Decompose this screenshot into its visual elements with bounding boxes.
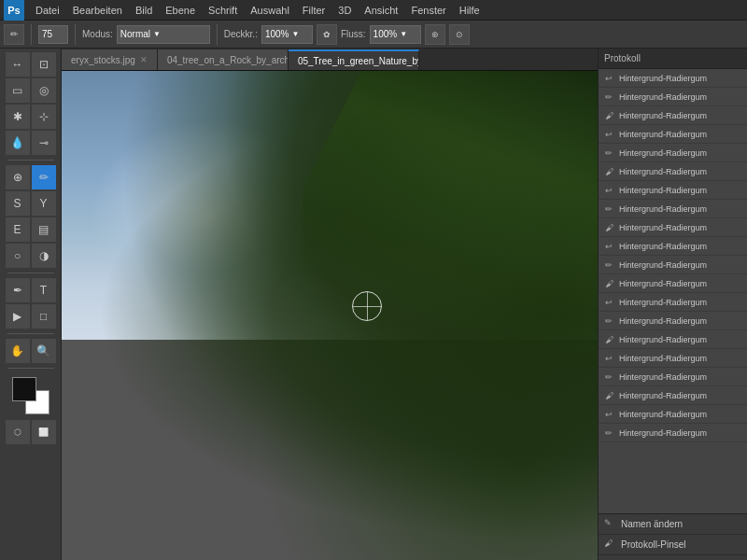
history-item[interactable]: 🖌Hintergrund-Radiergum: [599, 274, 747, 293]
sep1: [31, 24, 32, 45]
rename-item[interactable]: ✎ Namen ändern: [599, 514, 747, 535]
history-item[interactable]: ✏Hintergrund-Radiergum: [599, 88, 747, 106]
menu-bearbeiten[interactable]: Bearbeiten: [67, 3, 128, 18]
history-item-icon: ✏: [602, 147, 615, 160]
tabs-bar: eryx_stocks.jpg ✕ 04_tree_on_a_Rock_by_a…: [62, 49, 598, 71]
color-swatches[interactable]: [12, 377, 49, 414]
history-item[interactable]: ↩Hintergrund-Radiergum: [599, 69, 747, 88]
tab-3-label: 05_Tree_in_green_Nature_by_arc: [298, 56, 419, 66]
tablet-pressure-icon[interactable]: ⊛: [425, 24, 445, 45]
tool-row-10: ▶ □: [6, 304, 56, 329]
history-bottom-panel: ✎ Namen ändern 🖌 Protokoll-Pinsel: [599, 513, 747, 560]
text-tool[interactable]: T: [32, 278, 56, 302]
blur-tool[interactable]: ○: [6, 244, 30, 268]
history-item-label: Hintergrund-Radiergum: [619, 260, 707, 270]
menu-3d[interactable]: 3D: [332, 3, 357, 18]
sep2: [75, 24, 76, 45]
menu-filter[interactable]: Filter: [297, 3, 331, 18]
history-brush-icon: 🖌: [604, 539, 617, 552]
tab-3[interactable]: 05_Tree_in_green_Nature_by_arc ✕: [289, 49, 419, 70]
history-item-label: Hintergrund-Radiergum: [619, 410, 707, 419]
history-item-icon: 🖌: [602, 109, 615, 122]
artboard-tool[interactable]: ⊡: [32, 52, 56, 77]
tab-2[interactable]: 04_tree_on_a_Rock_by_archaeopteryx_stock…: [158, 49, 289, 70]
history-item[interactable]: ✏Hintergrund-Radiergum: [599, 312, 747, 330]
history-item[interactable]: ↩Hintergrund-Radiergum: [599, 237, 747, 256]
history-item[interactable]: 🖌Hintergrund-Radiergum: [599, 162, 747, 181]
pen-tool[interactable]: ✒: [6, 278, 30, 302]
content-area: eryx_stocks.jpg ✕ 04_tree_on_a_Rock_by_a…: [62, 49, 598, 560]
history-item-label: Hintergrund-Radiergum: [619, 428, 707, 438]
menu-auswahl[interactable]: Auswahl: [245, 3, 295, 18]
zoom-tool[interactable]: 🔍: [32, 339, 56, 363]
history-item[interactable]: ↩Hintergrund-Radiergum: [599, 181, 747, 200]
tool-row-8: ○ ◑: [6, 244, 56, 268]
dodge-tool[interactable]: ◑: [32, 244, 56, 268]
clone-stamp-tool[interactable]: S: [6, 191, 30, 216]
tablet-pressure2-icon[interactable]: ⊙: [449, 24, 470, 45]
brush-tool-icon[interactable]: ✏: [4, 24, 24, 45]
menu-ebene[interactable]: Ebene: [160, 3, 201, 18]
select-rect-tool[interactable]: ▭: [6, 78, 30, 103]
eraser-tool[interactable]: E: [6, 217, 30, 242]
history-item[interactable]: 🖌Hintergrund-Radiergum: [599, 330, 747, 349]
history-item[interactable]: ↩Hintergrund-Radiergum: [599, 293, 747, 312]
menu-bar: Ps Datei Bearbeiten Bild Ebene Schrift A…: [0, 0, 747, 21]
history-item[interactable]: 🖌Hintergrund-Radiergum: [599, 106, 747, 125]
path-select-tool[interactable]: ▶: [6, 304, 30, 329]
history-brush-label: Protokoll-Pinsel: [621, 539, 685, 550]
history-brush-tool[interactable]: Y: [32, 191, 56, 216]
foreground-color-swatch[interactable]: [12, 377, 36, 401]
left-tool-panel: ↔ ⊡ ▭ ◎ ✱ ⊹ 💧 ⊸ ⊕ ✏ S Y E ▤ ○ ◑: [0, 49, 62, 560]
brush-tool[interactable]: ✏: [32, 165, 56, 189]
menu-hilfe[interactable]: Hilfe: [454, 3, 486, 18]
move-tool[interactable]: ↔: [6, 52, 30, 77]
sep3: [217, 24, 218, 45]
spot-heal-tool[interactable]: ⊕: [6, 165, 30, 189]
menu-ansicht[interactable]: Ansicht: [359, 3, 403, 18]
tool-sep-2: [7, 273, 54, 273]
rename-icon: ✎: [604, 518, 617, 531]
fluss-dropdown[interactable]: 100% ▼: [370, 25, 421, 44]
history-item[interactable]: ↩Hintergrund-Radiergum: [599, 349, 747, 368]
crop-tool[interactable]: ⊹: [32, 105, 56, 129]
deckkraft-dropdown[interactable]: 100% ▼: [261, 25, 313, 44]
history-item-icon: ↩: [602, 184, 615, 197]
airbrush-icon[interactable]: ✿: [317, 24, 337, 45]
history-item[interactable]: ✏Hintergrund-Radiergum: [599, 424, 747, 442]
history-item[interactable]: ✏Hintergrund-Radiergum: [599, 368, 747, 386]
canvas-area[interactable]: [62, 71, 598, 560]
eyedropper-tool[interactable]: 💧: [6, 131, 30, 155]
history-item[interactable]: 🖌Hintergrund-Radiergum: [599, 218, 747, 237]
select-lasso-tool[interactable]: ◎: [32, 78, 56, 103]
modus-dropdown[interactable]: Normal ▼: [117, 25, 210, 44]
ruler-tool[interactable]: ⊸: [32, 131, 56, 155]
history-item[interactable]: ✏Hintergrund-Radiergum: [599, 144, 747, 162]
menu-bild[interactable]: Bild: [130, 3, 158, 18]
history-item[interactable]: ✏Hintergrund-Radiergum: [599, 256, 747, 274]
screen-mode-tool[interactable]: ⬜: [32, 420, 56, 444]
tab-1-close[interactable]: ✕: [140, 55, 148, 64]
tool-row-7: E ▤: [6, 217, 56, 242]
history-item[interactable]: ✏Hintergrund-Radiergum: [599, 200, 747, 218]
menu-fenster[interactable]: Fenster: [405, 3, 451, 18]
brush-size-input[interactable]: [38, 25, 68, 44]
history-brush-item[interactable]: 🖌 Protokoll-Pinsel: [599, 535, 747, 555]
menu-datei[interactable]: Datei: [30, 3, 65, 18]
history-panel-title: Protokoll: [604, 53, 641, 63]
history-item-label: Hintergrund-Radiergum: [619, 372, 707, 382]
hand-tool[interactable]: ✋: [6, 339, 30, 363]
history-item-label: Hintergrund-Radiergum: [619, 186, 707, 195]
quick-mask-tool[interactable]: ⬡: [6, 420, 30, 444]
toolbar: ✏ Modus: Normal ▼ Deckkr.: 100% ▼ ✿ Flus…: [0, 21, 747, 49]
tab-1[interactable]: eryx_stocks.jpg ✕: [62, 49, 158, 70]
menu-schrift[interactable]: Schrift: [203, 3, 243, 18]
gradient-tool[interactable]: ▤: [32, 217, 56, 242]
history-item[interactable]: 🖌Hintergrund-Radiergum: [599, 386, 747, 405]
tab-2-label: 04_tree_on_a_Rock_by_archaeopteryx_stock…: [167, 55, 289, 65]
history-item[interactable]: ↩Hintergrund-Radiergum: [599, 405, 747, 424]
quick-select-tool[interactable]: ✱: [6, 105, 30, 129]
shape-tool[interactable]: □: [32, 304, 56, 329]
history-item-label: Hintergrund-Radiergum: [619, 316, 707, 326]
history-item[interactable]: ↩Hintergrund-Radiergum: [599, 125, 747, 144]
